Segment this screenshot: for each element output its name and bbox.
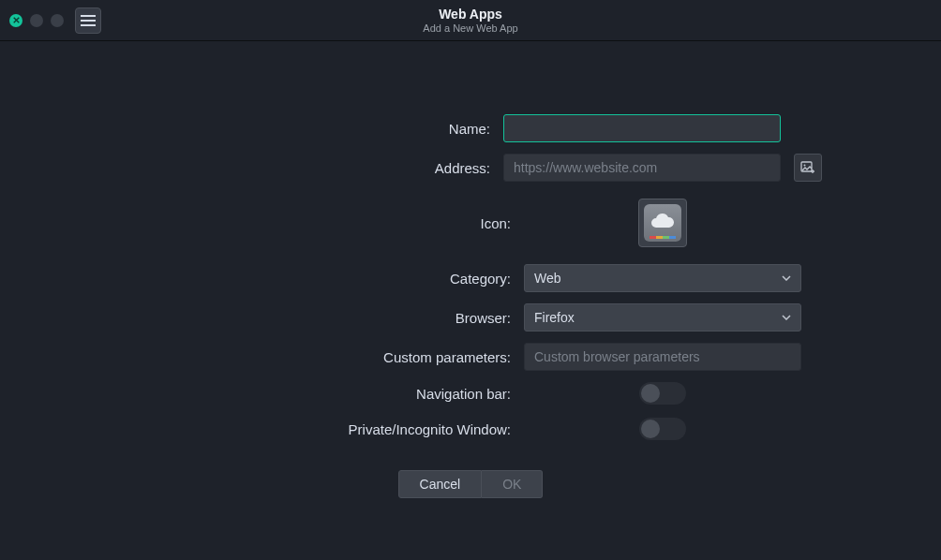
custom-params-label: Custom parameters: [140, 349, 524, 365]
category-select[interactable]: Web [524, 264, 801, 292]
ok-button[interactable]: OK [482, 470, 543, 498]
title-block: Web Apps Add a New Web App [423, 7, 517, 34]
name-label: Name: [119, 121, 503, 137]
menu-button[interactable] [75, 7, 101, 34]
hamburger-icon [81, 15, 96, 26]
custom-params-input[interactable] [524, 343, 801, 371]
row-custom-params: Custom parameters: [140, 343, 801, 371]
category-label: Category: [140, 271, 524, 287]
row-nav-bar: Navigation bar: [140, 382, 801, 405]
svg-rect-2 [81, 24, 96, 26]
switch-knob [641, 384, 660, 403]
app-icon-preview [644, 204, 681, 242]
window-subtitle: Add a New Web App [423, 22, 517, 34]
browser-label: Browser: [140, 310, 524, 326]
browser-value: Firefox [534, 310, 575, 325]
address-label: Address: [119, 160, 503, 176]
private-label: Private/Incognito Window: [140, 421, 524, 437]
row-category: Category: Web [140, 264, 801, 292]
name-input[interactable] [503, 114, 781, 142]
row-browser: Browser: Firefox [140, 303, 801, 332]
icon-picker-button[interactable] [638, 199, 687, 247]
window-title: Web Apps [423, 7, 517, 22]
browser-select[interactable]: Firefox [524, 303, 801, 332]
svg-rect-0 [81, 15, 96, 17]
row-address: Address: [119, 154, 822, 182]
private-toggle[interactable] [639, 418, 686, 440]
category-value: Web [534, 271, 561, 286]
button-row: Cancel OK [398, 470, 544, 498]
nav-bar-label: Navigation bar: [140, 386, 524, 402]
cancel-button[interactable]: Cancel [398, 470, 483, 498]
minimize-window-button[interactable] [30, 14, 43, 27]
image-add-icon [800, 160, 815, 175]
titlebar: Web Apps Add a New Web App [0, 0, 941, 41]
switch-knob [641, 420, 660, 438]
form: Name: Address: Icon: [0, 114, 941, 498]
maximize-window-button[interactable] [51, 14, 64, 27]
nav-bar-toggle[interactable] [639, 382, 686, 405]
close-window-button[interactable] [9, 14, 22, 27]
cloud-icon [649, 214, 677, 232]
svg-rect-1 [81, 20, 96, 22]
window-controls [9, 14, 64, 27]
row-private: Private/Incognito Window: [140, 418, 801, 440]
address-input[interactable] [503, 154, 781, 182]
icon-label: Icon: [140, 215, 524, 231]
row-name: Name: [119, 114, 822, 142]
fetch-favicon-button[interactable] [794, 154, 822, 182]
chevron-down-icon [782, 275, 791, 281]
row-icon: Icon: [140, 199, 801, 247]
svg-point-4 [804, 165, 806, 167]
chevron-down-icon [782, 315, 791, 320]
